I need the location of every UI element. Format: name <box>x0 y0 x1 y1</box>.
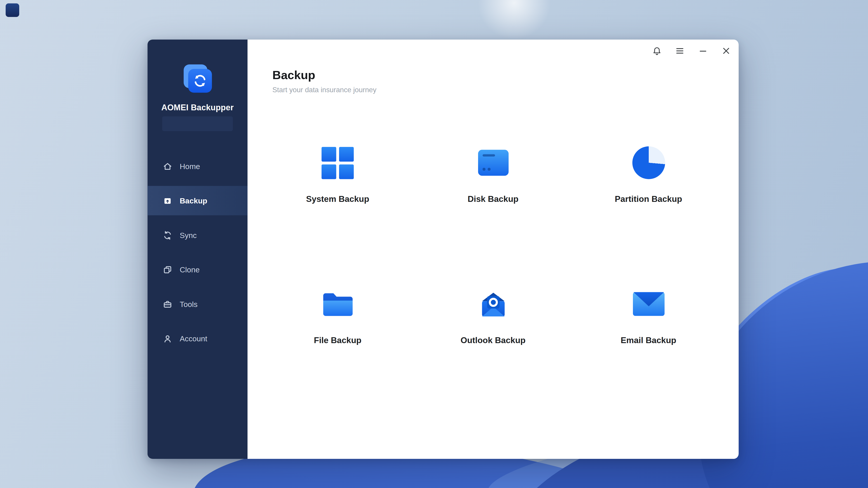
tile-label: File Backup <box>314 335 362 345</box>
sidebar-item-label: Home <box>180 162 200 171</box>
sidebar: AOMEI Backupper Home <box>148 39 248 459</box>
home-icon <box>163 161 173 171</box>
tile-label: System Backup <box>306 194 369 204</box>
account-icon <box>163 334 173 343</box>
sidebar-item-account[interactable]: Account <box>148 324 248 353</box>
tile-label: Disk Backup <box>468 194 519 204</box>
brand-name: AOMEI Backupper <box>148 103 248 112</box>
tile-outlook-backup[interactable]: Outlook Backup <box>415 288 571 345</box>
system-backup-icon <box>321 147 354 179</box>
outlook-backup-icon <box>477 288 509 321</box>
page-header: Backup Start your data insurance journey <box>272 68 376 94</box>
sidebar-item-label: Clone <box>180 265 199 274</box>
tile-system-backup[interactable]: System Backup <box>260 147 415 204</box>
tools-icon <box>163 299 173 309</box>
sidebar-item-home[interactable]: Home <box>148 151 248 181</box>
sidebar-item-backup[interactable]: Backup <box>148 186 248 215</box>
sidebar-item-clone[interactable]: Clone <box>148 255 248 284</box>
tiles-row-2: File Backup <box>260 288 726 345</box>
aomei-backupper-window: AOMEI Backupper Home <box>148 39 739 459</box>
tile-label: Email Backup <box>621 335 676 345</box>
app-logo <box>183 64 212 93</box>
email-backup-icon <box>632 288 665 321</box>
titlebar-controls <box>649 43 734 59</box>
clone-icon <box>163 265 173 274</box>
bloom-highlight <box>477 0 551 39</box>
tile-label: Partition Backup <box>615 194 682 204</box>
sidebar-item-sync[interactable]: Sync <box>148 220 248 250</box>
page-subtitle: Start your data insurance journey <box>272 86 376 94</box>
tiles-row-1: System Backup Disk Backup Partition Back… <box>260 147 726 204</box>
backup-icon <box>163 196 173 206</box>
logo-sync-icon <box>188 69 212 93</box>
partition-backup-icon <box>632 147 665 179</box>
sidebar-item-label: Account <box>180 334 207 343</box>
sidebar-item-label: Backup <box>180 196 207 205</box>
sidebar-item-label: Tools <box>180 300 197 308</box>
tile-disk-backup[interactable]: Disk Backup <box>415 147 571 204</box>
sidebar-nav: Home Backup <box>148 151 248 358</box>
menu-icon[interactable] <box>672 43 688 59</box>
file-backup-icon <box>321 288 354 321</box>
disk-backup-icon <box>477 147 509 179</box>
bell-icon[interactable] <box>649 43 664 59</box>
minimize-icon[interactable] <box>695 43 711 59</box>
tile-partition-backup[interactable]: Partition Backup <box>571 147 726 204</box>
desktop: AOMEI Backupper Home <box>0 0 868 488</box>
tile-email-backup[interactable]: Email Backup <box>571 288 726 345</box>
desktop-icon[interactable] <box>6 3 19 17</box>
sync-icon <box>163 230 173 240</box>
main-panel: Backup Start your data insurance journey… <box>248 39 739 459</box>
page-title: Backup <box>272 68 376 83</box>
tile-file-backup[interactable]: File Backup <box>260 288 415 345</box>
sidebar-item-label: Sync <box>180 231 197 239</box>
tile-label: Outlook Backup <box>460 335 526 345</box>
brand-banner <box>162 116 233 131</box>
close-icon[interactable] <box>718 43 734 59</box>
sidebar-item-tools[interactable]: Tools <box>148 289 248 319</box>
